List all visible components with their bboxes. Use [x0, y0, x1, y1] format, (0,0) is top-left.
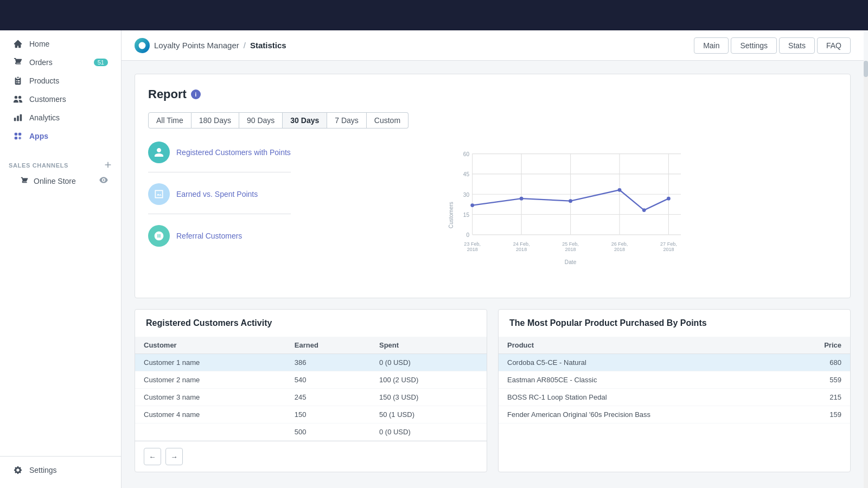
table-row[interactable]: Customer 3 name 245 150 (3 USD) — [135, 389, 487, 406]
product-price: 680 — [788, 354, 850, 371]
tab-main[interactable]: Main — [694, 37, 729, 54]
earned-val: 245 — [286, 389, 371, 406]
home-icon — [13, 39, 23, 49]
legend-earned-spent-label: Earned vs. Spent Points — [176, 190, 258, 198]
svg-point-20 — [642, 208, 646, 212]
legend-earned-spent[interactable]: Earned vs. Spent Points — [148, 183, 291, 214]
svg-text:25 Feb,: 25 Feb, — [562, 241, 579, 247]
filter-30-days[interactable]: 30 Days — [283, 112, 327, 129]
svg-point-17 — [520, 197, 524, 201]
eye-icon[interactable] — [99, 176, 108, 186]
spent-val: 100 (2 USD) — [371, 371, 487, 389]
report-title-text: Report — [148, 87, 187, 101]
store-icon — [20, 176, 29, 186]
product-price: 559 — [788, 371, 850, 389]
sidebar-item-label: Home — [29, 40, 49, 48]
products-table-title: The Most Popular Product Purchased By Po… — [499, 310, 850, 337]
svg-text:2018: 2018 — [516, 247, 527, 252]
product-name: BOSS RC-1 Loop Station Pedal — [499, 389, 788, 406]
svg-text:23 Feb,: 23 Feb, — [464, 241, 481, 247]
svg-point-21 — [667, 197, 671, 201]
next-page-button[interactable]: → — [165, 448, 183, 465]
app-logo — [135, 38, 150, 53]
svg-text:2018: 2018 — [565, 247, 576, 252]
app-header: Loyalty Points Manager / Statistics Main… — [122, 30, 864, 61]
product-name: Eastman AR805CE - Classic — [499, 371, 788, 389]
info-icon[interactable]: i — [191, 89, 201, 99]
sidebar-item-apps[interactable]: Apps — [4, 127, 117, 145]
earned-icon — [148, 183, 170, 205]
col-price: Price — [788, 337, 850, 354]
table-row[interactable]: Fender American Original '60s Precision … — [499, 406, 850, 423]
current-page: Statistics — [250, 41, 286, 50]
legend-referral-label: Referral Customers — [176, 232, 242, 240]
earned-val: 150 — [286, 406, 371, 423]
filter-180-days[interactable]: 180 Days — [192, 112, 239, 129]
legend-referral[interactable]: Referral Customers — [148, 225, 291, 255]
chart-legend: Registered Customers with Points Earned … — [148, 142, 291, 255]
spent-val: 0 (0 USD) — [371, 354, 487, 371]
products-popular-card: The Most Popular Product Purchased By Po… — [498, 309, 851, 472]
tables-row: Registered Customers Activity Customer E… — [135, 309, 851, 472]
table-row[interactable]: Cordoba C5-CE - Natural 680 — [499, 354, 850, 371]
earned-val: 500 — [286, 423, 371, 441]
settings-icon — [13, 465, 23, 475]
svg-text:2018: 2018 — [467, 247, 478, 252]
legend-registered[interactable]: Registered Customers with Points — [148, 142, 291, 172]
sales-channels-section: SALES CHANNELS Online Store — [0, 154, 121, 189]
filter-90-days[interactable]: 90 Days — [239, 112, 283, 129]
svg-text:24 Feb,: 24 Feb, — [513, 241, 530, 247]
main-content: Loyalty Points Manager / Statistics Main… — [122, 30, 864, 488]
table-row[interactable]: 500 0 (0 USD) — [135, 423, 487, 441]
prev-page-button[interactable]: ← — [144, 448, 161, 465]
sidebar-item-products[interactable]: Products — [4, 72, 117, 90]
spent-val: 50 (1 USD) — [371, 406, 487, 423]
svg-text:2018: 2018 — [614, 247, 625, 252]
products-icon — [13, 76, 23, 86]
settings-label: Settings — [29, 466, 57, 474]
filter-all-time[interactable]: All Time — [148, 112, 192, 129]
svg-point-19 — [617, 188, 621, 192]
scrollbar-thumb[interactable] — [864, 61, 868, 77]
svg-text:60: 60 — [463, 151, 470, 157]
add-channel-icon[interactable] — [104, 160, 112, 170]
sidebar-item-settings[interactable]: Settings — [4, 461, 117, 479]
sidebar-item-analytics[interactable]: Analytics — [4, 108, 117, 127]
svg-text:Customers: Customers — [448, 202, 454, 228]
customers-activity-card: Registered Customers Activity Customer E… — [135, 309, 487, 472]
col-earned: Earned — [286, 337, 371, 354]
sidebar-item-online-store[interactable]: Online Store — [4, 172, 117, 189]
customer-name: Customer 3 name — [135, 389, 286, 406]
table-row[interactable]: Eastman AR805CE - Classic 559 — [499, 371, 850, 389]
sidebar-item-label: Orders — [29, 58, 53, 67]
svg-text:0: 0 — [466, 232, 469, 238]
svg-text:45: 45 — [463, 171, 470, 177]
table-row[interactable]: Customer 2 name 540 100 (2 USD) — [135, 371, 487, 389]
sidebar-item-customers[interactable]: Customers — [4, 90, 117, 108]
sidebar-item-label: Customers — [29, 95, 66, 104]
customer-name: Customer 4 name — [135, 406, 286, 423]
tab-stats[interactable]: Stats — [779, 37, 815, 54]
earned-val: 386 — [286, 354, 371, 371]
sidebar-item-orders[interactable]: Orders 51 — [4, 53, 117, 72]
table-row[interactable]: Customer 1 name 386 0 (0 USD) — [135, 354, 487, 371]
table-row[interactable]: Customer 4 name 150 50 (1 USD) — [135, 406, 487, 423]
sidebar-item-home[interactable]: Home — [4, 35, 117, 53]
referral-icon — [148, 225, 170, 247]
product-name: Cordoba C5-CE - Natural — [499, 354, 788, 371]
svg-text:26 Feb,: 26 Feb, — [611, 241, 628, 247]
customer-name: Customer 1 name — [135, 354, 286, 371]
scrollbar-track[interactable] — [864, 61, 868, 488]
filter-7-days[interactable]: 7 Days — [327, 112, 367, 129]
tab-faq[interactable]: FAQ — [817, 37, 851, 54]
orders-icon — [13, 57, 23, 67]
product-price: 159 — [788, 406, 850, 423]
sidebar: Home Orders 51 Products Customers Anal — [0, 30, 122, 488]
table-row[interactable]: BOSS RC-1 Loop Station Pedal 215 — [499, 389, 850, 406]
time-filters: All Time 180 Days 90 Days 30 Days 7 Days… — [148, 112, 837, 129]
legend-registered-label: Registered Customers with Points — [176, 148, 291, 157]
tab-settings[interactable]: Settings — [731, 37, 777, 54]
sidebar-item-label: Analytics — [29, 113, 60, 122]
filter-custom[interactable]: Custom — [367, 112, 409, 129]
customers-icon — [13, 94, 23, 104]
